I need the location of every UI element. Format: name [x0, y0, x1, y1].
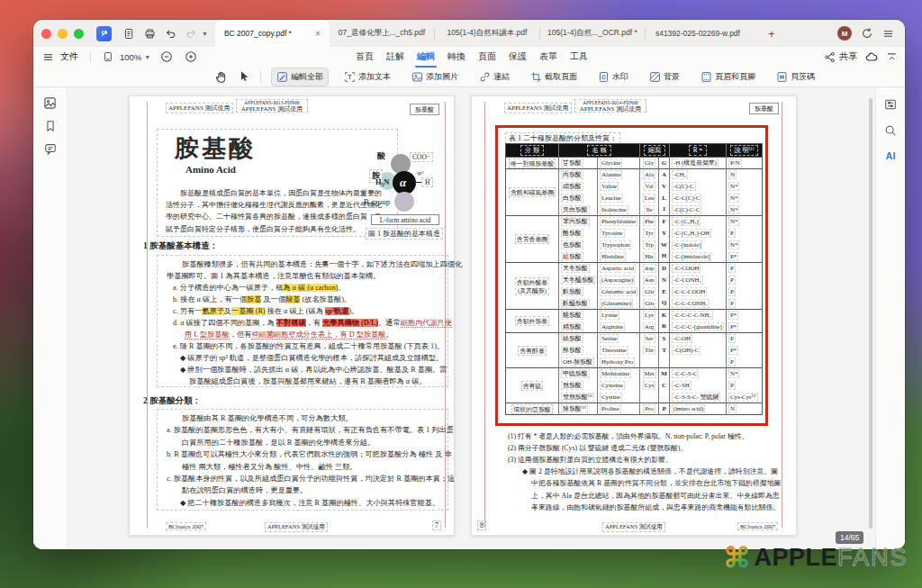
- table-notes[interactable]: (1) 打有 * 者是人類的必需胺基酸，須由外界攝取。N, non-polar;…: [508, 430, 748, 466]
- name-cn-cell: 天冬醯胺酸: [559, 275, 598, 286]
- bookmark-icon[interactable]: [44, 120, 57, 132]
- toolbar-button-頁眉和頁腳[interactable]: 頁眉和頁腳: [695, 68, 761, 86]
- share-label[interactable]: 共享: [839, 50, 857, 63]
- toolbar-button-label: 貝茨碼: [791, 71, 815, 83]
- document-tab[interactable]: s41392-025-02269-w.pdf: [646, 20, 750, 47]
- document-title[interactable]: 胺基酸: [175, 132, 256, 165]
- section2-block[interactable]: 胺基酸由其 R 基團的化學構造不同，可分為數大類。a. 胺基酸的基團形形色色，有…: [157, 409, 448, 511]
- toolbar-button-連結[interactable]: 連結: [474, 68, 515, 86]
- category-label: 含額外酸基 (及其醯胺): [515, 277, 549, 295]
- toolbar-button-編輯全部[interactable]: 編輯全部: [271, 68, 329, 86]
- nav-tab-工具[interactable]: 工具: [568, 48, 590, 66]
- watermark-icon: [598, 71, 610, 83]
- name-cn-cell: 雙胱胺酸⁽³⁾: [559, 392, 598, 403]
- page-footer-center[interactable]: APPLEFANS 測試使用: [602, 522, 665, 532]
- category-label: 含芳香基團: [515, 234, 549, 244]
- abbr3-cell: Glu: [640, 286, 659, 298]
- toolbar-button-label: 截取頁面: [545, 71, 577, 83]
- file-menu-icon[interactable]: [42, 51, 54, 63]
- document-tab[interactable]: BC 2007_copy.pdf *×: [215, 20, 330, 47]
- new-document-icon[interactable]: [122, 27, 135, 40]
- nav-tab-編輯[interactable]: 編輯: [415, 48, 437, 66]
- panel-icon[interactable]: [884, 98, 897, 111]
- nav-tab-轉換[interactable]: 轉換: [446, 48, 467, 66]
- vertical-scrollbar[interactable]: [869, 98, 872, 529]
- name-en-cell: Cysteine: [598, 380, 640, 392]
- document-tab[interactable]: 07_選修化學上..._ch5.pdf: [330, 20, 434, 47]
- command-logo-icon: ⌘: [723, 541, 752, 574]
- share-icon[interactable]: [824, 51, 836, 63]
- page-corner-badge[interactable]: 胺基酸: [410, 104, 439, 115]
- nav-tab-註解[interactable]: 註解: [384, 48, 406, 66]
- document-tab[interactable]: 105(1-4)自然科讀本.pdf: [435, 20, 539, 47]
- file-menu[interactable]: 文件: [60, 50, 78, 63]
- main-menu-icon[interactable]: [882, 28, 894, 40]
- note-cell: P: [727, 275, 763, 286]
- section2-heading[interactable]: 2 胺基酸分類：: [143, 395, 201, 407]
- page-footer-number[interactable]: 7: [432, 520, 441, 530]
- category-label: 環狀的亞胺酸: [511, 404, 552, 414]
- history-icon[interactable]: [861, 27, 873, 40]
- section1-heading[interactable]: 1 胺基酸基本構造：: [143, 240, 218, 252]
- toolbar-button-水印[interactable]: 水印: [592, 68, 634, 86]
- account-avatar[interactable]: M: [837, 26, 852, 41]
- menu-row: 文件 100% ▼ 首頁註解編輯轉換頁面保護表單工具 共享: [33, 47, 905, 67]
- abbr1-cell: C: [659, 380, 670, 392]
- nav-tab-首頁[interactable]: 首頁: [354, 48, 375, 66]
- new-tab-button[interactable]: +: [750, 27, 775, 41]
- name-cn-cell: 脯胺酸⁽³⁾: [559, 403, 598, 415]
- toolbar-button-貝茨碼[interactable]: 貝茨碼: [771, 68, 820, 86]
- hand-tool-icon[interactable]: [214, 70, 228, 84]
- abbr3-cell: Thr: [640, 345, 659, 357]
- note-cell: N*: [727, 193, 763, 204]
- toolbar-button-添加文本[interactable]: 添加文本: [339, 68, 396, 86]
- select-tool-icon[interactable]: [238, 70, 250, 83]
- search-icon[interactable]: [884, 124, 897, 137]
- section1-block[interactable]: 胺基酸種類很多，但有共同的基本構造：先畫一個十字，如下述方法在四端加上四個化學基…: [157, 255, 448, 387]
- page-header-center[interactable]: APPLEFANS-0013-PDN66 APPLEFANS 測試使用: [236, 99, 308, 113]
- zoom-out-icon[interactable]: [160, 50, 173, 63]
- intro-paragraph[interactable]: 胺基酸是構成蛋白質的基本單位，因蛋白質是生物体内最重要的活性分子，其中擔任催化種…: [166, 187, 382, 235]
- undo-icon[interactable]: [164, 27, 176, 40]
- note-cell: P/N: [727, 158, 763, 169]
- page-header-text[interactable]: APPLEFANS 測試使用: [166, 103, 233, 113]
- thumbnail-icon[interactable]: [43, 96, 57, 110]
- page-footer-number[interactable]: 8: [477, 520, 486, 530]
- comment-icon[interactable]: [44, 142, 57, 155]
- amino-acid-table[interactable]: 分 類名 稱縮寫R =說 明⁽¹⁾唯一對稱胺基酸甘胺酸GlycineGlyG-H…: [505, 143, 763, 415]
- nav-tab-保護[interactable]: 保護: [507, 48, 529, 66]
- page-header-text[interactable]: APPLEFANS 測試使用: [504, 103, 572, 113]
- amino-acid-figure[interactable]: 酸 COO⁻ 胺 H₃N α sp³ H R group L-form amin…: [355, 141, 456, 240]
- toolbar-button-截取頁面[interactable]: 截取頁面: [525, 68, 583, 86]
- page-corner-badge[interactable]: 胺基酸: [749, 103, 779, 114]
- ai-assistant-button[interactable]: AI: [886, 150, 896, 161]
- zoom-dropdown-icon[interactable]: ▼: [144, 54, 150, 60]
- zoom-in-icon[interactable]: [185, 50, 197, 63]
- redo-icon[interactable]: [185, 27, 197, 40]
- minimize-window-button[interactable]: [58, 29, 68, 39]
- tab-close-icon[interactable]: ×: [315, 29, 321, 39]
- zoom-level-value[interactable]: 100%: [120, 52, 141, 62]
- document-subtitle[interactable]: Amino Acid: [185, 164, 236, 175]
- nav-tab-頁面[interactable]: 頁面: [476, 48, 498, 66]
- undo-dropdown-icon[interactable]: ▼: [202, 31, 208, 37]
- collapse-toolbar-icon[interactable]: [886, 51, 898, 63]
- note-cell: P*: [727, 321, 763, 333]
- page-header-center[interactable]: APPLEFANS-0014-PDN66 APPLEFANS 測試使用: [574, 99, 646, 113]
- table-header: 名 稱: [587, 145, 610, 156]
- page-thumb-icon[interactable]: [103, 51, 113, 62]
- cloud-icon[interactable]: [865, 50, 878, 63]
- close-window-button[interactable]: [41, 29, 51, 39]
- page-footer-left[interactable]: BCbasics 2007: [166, 522, 206, 530]
- zoom-window-button[interactable]: [74, 29, 84, 39]
- print-icon[interactable]: [143, 27, 156, 40]
- nav-tab-表單[interactable]: 表單: [538, 48, 559, 66]
- document-tab[interactable]: 105(1-4)自然..._OCR.pdf *: [540, 20, 645, 47]
- abbr3-cell: Trp: [640, 240, 659, 251]
- page-footer-center[interactable]: APPLEFANS 測試使用: [265, 522, 328, 532]
- page-footer-right[interactable]: BCbasics 2007: [737, 522, 778, 530]
- toolbar-button-添加圖片[interactable]: 添加圖片: [406, 68, 464, 86]
- h3n-label: H₃N: [375, 177, 389, 186]
- figure2-note[interactable]: ◆ 圖 2 是特地設計用來說明各胺基酸的構造關係，不是代謝途徑，請特別注意。圖中…: [508, 466, 782, 513]
- toolbar-button-背景[interactable]: 背景: [644, 68, 685, 86]
